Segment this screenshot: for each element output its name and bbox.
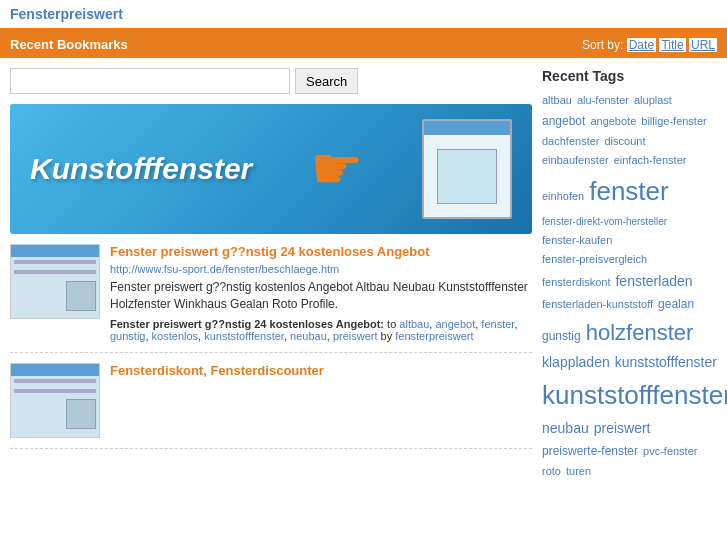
post-thumbnail — [10, 363, 100, 438]
post-content: Fensterdiskont, Fensterdiscounter — [110, 363, 532, 438]
post-tags: Fenster preiswert g??nstig 24 kostenlose… — [110, 318, 532, 342]
tag-fenster-kaufen[interactable]: fenster-kaufen — [542, 232, 612, 249]
main-content: Search Kunstofffenster ☛ — [10, 68, 532, 479]
post-description: Fenster preiswert g??nstig kostenlos Ang… — [110, 279, 532, 313]
site-header: Fensterpreiswert — [0, 0, 727, 31]
tag-aluplast[interactable]: aluplast — [634, 92, 672, 109]
window-inner — [437, 149, 497, 204]
tag-angebote[interactable]: angebote — [590, 113, 636, 130]
thumb-line — [14, 379, 96, 383]
bookmarks-bar: Recent Bookmarks Sort by: Date Title URL — [0, 31, 727, 58]
post-author[interactable]: fensterpreiswert — [395, 330, 473, 342]
post-title[interactable]: Fenster preiswert g??nstig 24 kostenlose… — [110, 244, 532, 259]
tag-alu-fenster[interactable]: alu-fenster — [577, 92, 629, 109]
post-title[interactable]: Fensterdiskont, Fensterdiscounter — [110, 363, 532, 378]
post-tag[interactable]: altbau — [399, 318, 429, 330]
tag-einbaufenster[interactable]: einbaufenster — [542, 152, 609, 169]
thumb-bar — [11, 245, 99, 257]
banner-cursor-icon: ☛ — [310, 139, 364, 199]
thumb-body — [11, 257, 99, 318]
post-item: Fensterdiskont, Fensterdiscounter — [10, 363, 532, 449]
post-tag[interactable]: gunstig — [110, 330, 145, 342]
tag-dachfenster[interactable]: dachfenster — [542, 133, 599, 150]
window-titlebar — [424, 121, 510, 135]
tag-fensterladen[interactable]: fensterladen — [615, 271, 692, 292]
content-wrap: Search Kunstofffenster ☛ — [0, 58, 727, 489]
post-tag[interactable]: preiswert — [333, 330, 378, 342]
tag-fenster-preisvergleich[interactable]: fenster-preisvergleich — [542, 251, 647, 268]
site-title[interactable]: Fensterpreiswert — [10, 6, 123, 22]
banner: Kunstofffenster ☛ — [10, 104, 532, 234]
post-item: Fenster preiswert g??nstig 24 kostenlose… — [10, 244, 532, 353]
sort-url[interactable]: URL — [689, 38, 717, 52]
banner-window — [422, 119, 512, 219]
tag-gealan[interactable]: gealan — [658, 295, 694, 313]
tag-fenster[interactable]: fenster — [589, 172, 669, 211]
window-body — [424, 135, 510, 217]
tag-pvc-fenster[interactable]: pvc-fenster — [643, 443, 697, 460]
tag-fensterdiskont[interactable]: fensterdiskont — [542, 274, 610, 291]
post-tag[interactable]: kunststofffenster — [204, 330, 284, 342]
tag-fensterladen-kunststoff[interactable]: fensterladen-kunststoff — [542, 296, 653, 313]
tag-preiswert[interactable]: preiswert — [594, 418, 651, 439]
tag-einhofen[interactable]: einhofen — [542, 188, 584, 205]
thumb-bar — [11, 364, 99, 376]
tag-roto[interactable]: roto — [542, 463, 561, 480]
tag-holzfenster[interactable]: holzfenster — [586, 316, 694, 349]
tag-preiswerte-fenster[interactable]: preiswerte-fenster — [542, 442, 638, 460]
search-bar: Search — [10, 68, 532, 94]
sidebar: Recent Tags altbau alu-fenster aluplast … — [542, 68, 717, 479]
post-tag[interactable]: kostenlos — [152, 330, 198, 342]
post-tags-title: Fenster preiswert g??nstig 24 kostenlose… — [110, 318, 399, 330]
thumb-body — [11, 376, 99, 437]
thumb-line — [14, 260, 96, 264]
tag-neubau[interactable]: neubau — [542, 418, 589, 439]
sort-by-label: Sort by: Date Title URL — [582, 38, 717, 52]
tags-cloud: altbau alu-fenster aluplast angebot ange… — [542, 92, 717, 479]
post-thumbnail — [10, 244, 100, 319]
banner-title: Kunstofffenster — [30, 152, 252, 186]
search-button[interactable]: Search — [295, 68, 358, 94]
tag-angebot[interactable]: angebot — [542, 112, 585, 130]
post-content: Fenster preiswert g??nstig 24 kostenlose… — [110, 244, 532, 342]
post-tag[interactable]: fenster — [481, 318, 514, 330]
thumb-image — [66, 281, 96, 311]
sort-title[interactable]: Title — [659, 38, 685, 52]
tag-einfach-fenster[interactable]: einfach-fenster — [614, 152, 687, 169]
tag-klappladen[interactable]: klappladen — [542, 352, 610, 373]
post-tag[interactable]: neubau — [290, 330, 327, 342]
tag-discount[interactable]: discount — [604, 133, 645, 150]
tag-altbau[interactable]: altbau — [542, 92, 572, 109]
tag-kunststofffenster[interactable]: kunststofffenster — [542, 376, 727, 415]
tag-turen[interactable]: turen — [566, 463, 591, 480]
search-input[interactable] — [10, 68, 290, 94]
tag-kunststofffenster-sm[interactable]: kunststofffenster — [615, 352, 717, 373]
tag-fenster-direkt-vom-hersteller[interactable]: fenster-direkt-vom-hersteller — [542, 214, 667, 229]
bookmarks-label: Recent Bookmarks — [10, 37, 128, 52]
post-tag[interactable]: angebot — [435, 318, 475, 330]
thumb-line — [14, 389, 96, 393]
thumb-image — [66, 399, 96, 429]
sidebar-title: Recent Tags — [542, 68, 717, 84]
post-url[interactable]: http://www.fsu-sport.de/fenster/beschlae… — [110, 263, 532, 275]
thumb-line — [14, 270, 96, 274]
sort-date[interactable]: Date — [627, 38, 656, 52]
tag-billige-fenster[interactable]: billige-fenster — [641, 113, 706, 130]
tag-gunstig[interactable]: gunstig — [542, 327, 581, 345]
